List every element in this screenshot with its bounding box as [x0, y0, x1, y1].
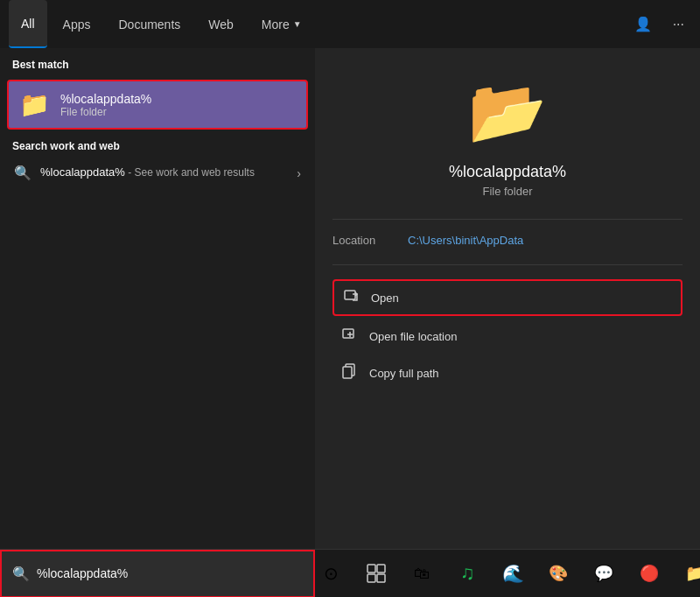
meta-value: C:\Users\binit\AppData — [408, 234, 523, 247]
svg-rect-6 — [368, 574, 375, 582]
top-navigation: All Apps Documents Web More ▼ 👤 ··· — [0, 0, 700, 48]
tab-more[interactable]: More ▼ — [249, 0, 314, 48]
detail-title: %localappdata% — [449, 163, 566, 181]
tab-all[interactable]: All — [9, 0, 47, 48]
search-web-text: %localappdata% - See work and web result… — [40, 165, 288, 180]
svg-rect-3 — [343, 367, 352, 378]
spotify-icon[interactable]: ♫ — [452, 558, 483, 589]
folder-small-icon: 📁 — [19, 90, 50, 119]
best-match-title: %localappdata% — [60, 92, 151, 106]
search-input[interactable] — [37, 566, 303, 580]
action-copy-path[interactable]: Copy full path — [332, 356, 682, 390]
search-icon: 🔍 — [14, 165, 32, 181]
detail-type: File folder — [482, 185, 532, 198]
meta-label: Location — [332, 234, 394, 247]
right-panel: 📂 %localappdata% File folder Location C:… — [315, 48, 700, 549]
folder-large-icon: 📂 — [468, 74, 547, 149]
svg-rect-1 — [343, 329, 354, 338]
search-web-label: Search work and web — [12, 140, 303, 158]
open-icon — [343, 288, 360, 307]
detail-meta: Location C:\Users\binit\AppData — [332, 234, 682, 247]
action-open-file-location[interactable]: Open file location — [332, 320, 682, 353]
copy-path-label: Copy full path — [369, 367, 439, 380]
search-query: %localappdata% — [40, 165, 125, 179]
chevron-down-icon: ▼ — [293, 19, 302, 29]
svg-rect-4 — [368, 565, 375, 572]
store-icon[interactable]: 🛍 — [406, 558, 438, 589]
chrome-icon[interactable]: 🔴 — [634, 558, 665, 589]
search-web-item[interactable]: 🔍 %localappdata% - See work and web resu… — [12, 158, 303, 188]
copy-icon — [341, 363, 359, 383]
tab-documents[interactable]: Documents — [106, 0, 192, 48]
tab-web[interactable]: Web — [196, 0, 246, 48]
file-location-icon — [341, 327, 359, 346]
best-match-item[interactable]: 📁 %localappdata% File folder — [7, 80, 308, 130]
action-open[interactable]: Open — [332, 279, 682, 316]
svg-rect-5 — [377, 565, 385, 572]
tab-apps[interactable]: Apps — [51, 0, 103, 48]
explorer-icon[interactable]: 📁 — [679, 558, 700, 589]
search-bar-icon: 🔍 — [12, 565, 30, 582]
search-rest: - See work and web results — [125, 166, 255, 179]
search-web-section: Search work and web 🔍 %localappdata% - S… — [0, 133, 315, 192]
taskbar-icons: ⊙ 🛍 ♫ 🌊 🎨 💬 🔴 📁 — [315, 558, 700, 589]
teams-icon[interactable]: 💬 — [588, 558, 620, 589]
edge-icon[interactable]: 🌊 — [497, 558, 528, 589]
divider — [332, 219, 682, 220]
open-file-location-label: Open file location — [369, 330, 457, 343]
main-area: Best match 📁 %localappdata% File folder … — [0, 48, 700, 549]
person-icon[interactable]: 👤 — [627, 12, 659, 36]
divider-2 — [332, 264, 682, 265]
svg-rect-0 — [345, 291, 355, 299]
left-panel: Best match 📁 %localappdata% File folder … — [0, 48, 315, 549]
open-label: Open — [371, 291, 399, 305]
more-options-icon[interactable]: ··· — [666, 13, 691, 36]
search-bar[interactable]: 🔍 — [0, 550, 315, 598]
best-match-label: Best match — [0, 48, 315, 76]
photos-icon[interactable]: 🎨 — [542, 558, 574, 589]
task-view-icon[interactable] — [360, 558, 392, 589]
taskbar: 🔍 ⊙ 🛍 ♫ 🌊 🎨 💬 🔴 📁 — [0, 549, 700, 597]
best-match-subtitle: File folder — [60, 106, 151, 118]
arrow-right-icon: › — [297, 166, 301, 180]
svg-rect-7 — [377, 574, 385, 582]
start-search-icon[interactable]: ⊙ — [315, 558, 346, 589]
action-list: Open Open file location — [332, 279, 682, 390]
